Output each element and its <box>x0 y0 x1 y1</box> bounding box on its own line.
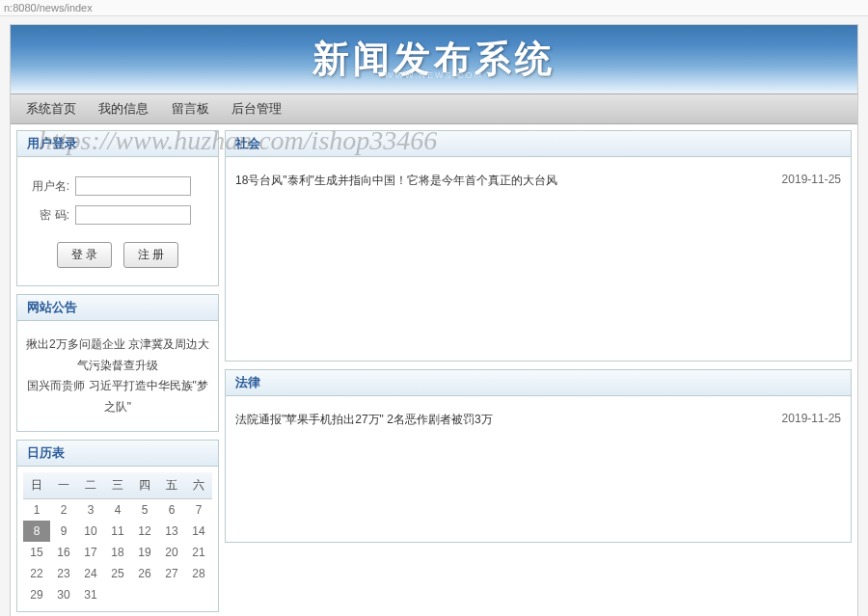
calendar-day[interactable]: 31 <box>77 584 104 605</box>
calendar-weekday: 日 <box>23 472 50 499</box>
calendar-day <box>185 584 212 605</box>
calendar-weekday: 四 <box>131 472 158 499</box>
banner-sub: WWW.NEWS.COM <box>385 70 483 80</box>
calendar-header: 日历表 <box>17 441 218 467</box>
news-title: 18号台风"泰利"生成并指向中国！它将是今年首个真正的大台风 <box>235 173 557 189</box>
section-header-society: 社会 <box>226 131 851 157</box>
register-button[interactable]: 注 册 <box>123 242 178 268</box>
calendar-day[interactable]: 30 <box>50 584 77 605</box>
calendar-day <box>131 584 158 605</box>
calendar-panel: 日历表 日一二三四五六 1234567891011121314151617181… <box>16 440 219 612</box>
calendar-day[interactable]: 28 <box>185 563 212 584</box>
calendar-day[interactable]: 27 <box>158 563 185 584</box>
password-input[interactable] <box>75 205 191 225</box>
calendar-day[interactable]: 21 <box>185 542 212 563</box>
calendar-day[interactable]: 12 <box>131 521 158 542</box>
news-section-law: 法律 法院通报"苹果手机拍出27万" 2名恶作剧者被罚3万 2019-11-25 <box>225 369 852 543</box>
nav-item-board[interactable]: 留言板 <box>162 98 219 120</box>
calendar-day <box>158 584 185 605</box>
news-item[interactable]: 法院通报"苹果手机拍出27万" 2名恶作剧者被罚3万 2019-11-25 <box>235 410 841 430</box>
password-label: 密 码: <box>27 207 75 224</box>
announcement-item: 揪出2万多问题企业 京津冀及周边大气污染督查升级 <box>25 335 210 376</box>
announcement-header: 网站公告 <box>17 295 218 321</box>
calendar-day[interactable]: 7 <box>185 499 212 522</box>
calendar-day[interactable]: 13 <box>158 521 185 542</box>
login-panel-body: 用户名: 密 码: 登 录 注 册 <box>17 157 218 285</box>
calendar-day[interactable]: 19 <box>131 542 158 563</box>
nav-bar: 系统首页 我的信息 留言板 后台管理 <box>11 94 857 124</box>
address-bar: n:8080/news/index <box>0 0 868 16</box>
calendar-day[interactable]: 18 <box>104 542 131 563</box>
news-date: 2019-11-25 <box>782 173 841 189</box>
calendar-day[interactable]: 9 <box>50 521 77 542</box>
calendar-day[interactable]: 6 <box>158 499 185 522</box>
announcement-item: 国兴而贵师 习近平打造中华民族"梦之队" <box>25 376 210 417</box>
news-item[interactable]: 18号台风"泰利"生成并指向中国！它将是今年首个真正的大台风 2019-11-2… <box>235 171 841 191</box>
calendar-day[interactable]: 14 <box>185 521 212 542</box>
login-button[interactable]: 登 录 <box>57 242 112 268</box>
calendar-weekday: 六 <box>185 472 212 499</box>
section-header-law: 法律 <box>226 370 851 396</box>
calendar-day[interactable]: 3 <box>77 499 104 522</box>
calendar-day[interactable]: 15 <box>23 542 50 563</box>
news-title: 法院通报"苹果手机拍出27万" 2名恶作剧者被罚3万 <box>235 412 493 428</box>
calendar-day[interactable]: 11 <box>104 521 131 542</box>
news-list-law: 法院通报"苹果手机拍出27万" 2名恶作剧者被罚3万 2019-11-25 <box>226 396 851 443</box>
calendar-weekday: 一 <box>50 472 77 499</box>
calendar-day[interactable]: 16 <box>50 542 77 563</box>
calendar-table: 日一二三四五六 12345678910111213141516171819202… <box>23 472 212 605</box>
calendar-day[interactable]: 4 <box>104 499 131 522</box>
banner: 新闻发布系统 WWW.NEWS.COM <box>11 25 857 94</box>
main: 社会 18号台风"泰利"生成并指向中国！它将是今年首个真正的大台风 2019-1… <box>225 130 852 616</box>
calendar-weekday: 二 <box>77 472 104 499</box>
calendar-day[interactable]: 25 <box>104 563 131 584</box>
calendar-weekday: 五 <box>158 472 185 499</box>
calendar-day <box>104 584 131 605</box>
username-label: 用户名: <box>27 178 75 195</box>
calendar-day[interactable]: 22 <box>23 563 50 584</box>
username-input[interactable] <box>75 176 191 196</box>
calendar-day[interactable]: 24 <box>77 563 104 584</box>
calendar-day[interactable]: 5 <box>131 499 158 522</box>
login-buttons: 登 录 注 册 <box>27 242 208 268</box>
calendar-day[interactable]: 10 <box>77 521 104 542</box>
announcement-panel: 网站公告 揪出2万多问题企业 京津冀及周边大气污染督查升级 国兴而贵师 习近平打… <box>16 294 219 432</box>
news-list-society: 18号台风"泰利"生成并指向中国！它将是今年首个真正的大台风 2019-11-2… <box>226 157 851 204</box>
calendar-day[interactable]: 23 <box>50 563 77 584</box>
login-panel: 用户登录 用户名: 密 码: 登 录 注 册 <box>16 130 219 286</box>
news-date: 2019-11-25 <box>782 412 841 428</box>
calendar-day[interactable]: 29 <box>23 584 50 605</box>
calendar-day[interactable]: 2 <box>50 499 77 522</box>
announcement-body: 揪出2万多问题企业 京津冀及周边大气污染督查升级 国兴而贵师 习近平打造中华民族… <box>17 321 218 431</box>
calendar-day[interactable]: 17 <box>77 542 104 563</box>
password-row: 密 码: <box>27 205 208 225</box>
calendar-body: 日一二三四五六 12345678910111213141516171819202… <box>17 467 218 611</box>
calendar-day[interactable]: 1 <box>23 499 50 522</box>
news-section-society: 社会 18号台风"泰利"生成并指向中国！它将是今年首个真正的大台风 2019-1… <box>225 130 852 362</box>
calendar-weekday: 三 <box>104 472 131 499</box>
content: 用户登录 用户名: 密 码: 登 录 注 册 <box>11 124 857 616</box>
calendar-day[interactable]: 20 <box>158 542 185 563</box>
nav-item-admin[interactable]: 后台管理 <box>222 98 291 120</box>
nav-item-home[interactable]: 系统首页 <box>16 98 86 120</box>
nav-item-myinfo[interactable]: 我的信息 <box>89 98 158 120</box>
page-wrapper: 新闻发布系统 WWW.NEWS.COM 系统首页 我的信息 留言板 后台管理 用… <box>10 24 858 616</box>
sidebar: 用户登录 用户名: 密 码: 登 录 注 册 <box>16 130 219 616</box>
calendar-day[interactable]: 26 <box>131 563 158 584</box>
username-row: 用户名: <box>27 176 208 196</box>
calendar-day[interactable]: 8 <box>23 521 50 542</box>
login-panel-header: 用户登录 <box>17 131 218 157</box>
